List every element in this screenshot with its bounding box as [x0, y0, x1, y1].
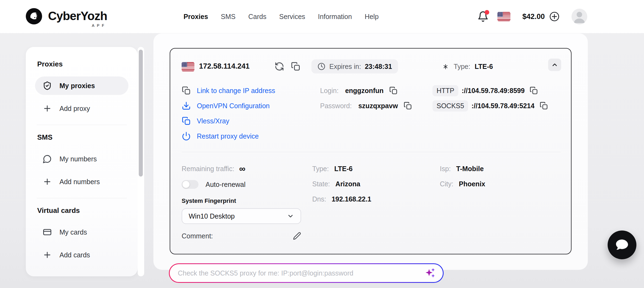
proxy-details-column-1: Type: LTE-6 State: Arizona Dns: 192.168.…	[312, 161, 371, 207]
notifications-button[interactable]	[477, 11, 489, 22]
auto-renewal-row: Auto-renewal	[182, 176, 301, 193]
hedgehog-logo-icon	[26, 8, 42, 24]
proxy-details-column-2: Isp: T-Mobile City: Phoenix	[440, 161, 485, 191]
topup-button[interactable]	[549, 11, 560, 22]
header-actions: $42.00	[477, 0, 587, 33]
sidebar-divider	[37, 125, 127, 125]
sidebar-item-my-proxies[interactable]: My proxies	[35, 76, 128, 95]
copy-login-button[interactable]	[389, 86, 398, 95]
chat-bubble-icon	[43, 154, 52, 164]
login-row: Login: enggzonfun	[320, 83, 412, 98]
detail-state: State: Arizona	[312, 176, 371, 191]
toggle-knob	[182, 181, 190, 188]
detail-label: Isp:	[440, 165, 451, 173]
support-chat-button[interactable]	[608, 231, 636, 259]
detail-label: Dns:	[312, 195, 326, 203]
card-divider	[182, 152, 561, 152]
sidebar-item-label: Add cards	[59, 251, 90, 259]
nav-sms[interactable]: SMS	[221, 13, 235, 21]
sidebar-item-my-cards[interactable]: My cards	[35, 223, 128, 241]
sidebar-item-add-numbers[interactable]: Add numbers	[35, 172, 128, 191]
nav-cards[interactable]: Cards	[248, 13, 267, 21]
notification-dot	[485, 10, 489, 15]
sidebar-section-proxies: Proxies	[37, 60, 128, 68]
sidebar-scrollbar-track	[138, 47, 144, 276]
sidebar-item-label: My proxies	[59, 82, 95, 90]
fingerprint-value: Win10 Desktop	[189, 212, 235, 220]
protocol-badge: SOCKS5	[433, 100, 468, 111]
detail-city: City: Phoenix	[440, 176, 485, 191]
link-label: Restart proxy device	[197, 132, 259, 140]
sidebar-section-sms: SMS	[37, 133, 128, 142]
link-vless-xray[interactable]: Vless/Xray	[182, 113, 275, 129]
comment-label: Comment:	[182, 232, 213, 240]
main-nav: Proxies SMS Cards Services Information H…	[184, 0, 379, 33]
nav-proxies[interactable]: Proxies	[184, 13, 208, 21]
password-value: szuzqxpavw	[358, 102, 398, 110]
sparkles-icon	[424, 267, 436, 279]
copy-icon	[182, 86, 191, 95]
nav-help[interactable]: Help	[365, 13, 378, 21]
copy-socks5-endpoint-button[interactable]	[539, 101, 548, 110]
sidebar-section-virtual-cards: Virtual cards	[37, 206, 128, 215]
proxy-country-flag-us-icon	[182, 62, 194, 71]
avatar[interactable]	[572, 9, 587, 24]
copy-icon	[529, 86, 538, 95]
copy-http-endpoint-button[interactable]	[529, 86, 538, 95]
sidebar-item-my-numbers[interactable]: My numbers	[35, 150, 128, 168]
detail-dns: Dns: 192.168.22.1	[312, 191, 371, 207]
language-flag-us-icon[interactable]	[497, 12, 510, 21]
sidebar-item-label: My numbers	[59, 155, 97, 163]
detail-label: Type:	[312, 165, 329, 173]
endpoint-address: ://104.59.78.49:5214	[471, 102, 534, 110]
auto-renewal-label: Auto-renewal	[206, 181, 245, 188]
pencil-icon	[293, 232, 301, 240]
detail-value: 192.168.22.1	[332, 195, 371, 203]
nav-information[interactable]: Information	[318, 13, 352, 21]
copy-icon	[539, 101, 548, 110]
auto-renewal-toggle[interactable]	[182, 180, 198, 189]
asterisk-icon	[442, 63, 449, 71]
sidebar-item-label: My cards	[59, 228, 87, 236]
chevron-up-icon	[551, 61, 558, 68]
credentials: Login: enggzonfun Password: szuzqxpavw	[320, 83, 412, 113]
comment-row: Comment:	[182, 230, 301, 242]
person-icon	[572, 9, 587, 24]
copy-password-button[interactable]	[403, 101, 412, 110]
edit-comment-button[interactable]	[293, 232, 301, 240]
app-header: CyberYozh APF Proxies SMS Cards Services…	[0, 0, 644, 33]
chevron-down-icon	[287, 213, 294, 220]
nav-services[interactable]: Services	[279, 13, 305, 21]
link-label: OpenVPN Configuration	[197, 102, 270, 110]
refresh-ip-button[interactable]	[274, 62, 284, 71]
brand-subtitle: APF	[92, 23, 106, 28]
expires-value: 23:48:31	[365, 63, 392, 71]
expires-label: Expires in:	[329, 63, 361, 71]
ai-checker-input[interactable]	[177, 269, 424, 277]
link-openvpn-config[interactable]: OpenVPN Configuration	[182, 98, 275, 113]
proxy-settings-column: Remaining traffic: ∞ Auto-renewal System…	[182, 161, 301, 242]
collapse-card-button[interactable]	[548, 59, 561, 71]
proxy-ip: 172.58.114.241	[199, 62, 250, 71]
remaining-traffic-label: Remaining traffic:	[182, 165, 234, 173]
brand-name: CyberYozh	[48, 9, 107, 23]
detail-value: Phoenix	[459, 180, 485, 188]
detail-isp: Isp: T-Mobile	[440, 161, 485, 176]
refresh-icon	[274, 62, 284, 71]
proxy-type-header: Type: LTE-6	[442, 63, 493, 71]
sidebar-scrollbar-thumb[interactable]	[139, 50, 143, 177]
link-restart-device[interactable]: Restart proxy device	[182, 129, 275, 144]
password-row: Password: szuzqxpavw	[320, 98, 412, 113]
copy-ip-button[interactable]	[291, 62, 301, 71]
sidebar-item-add-cards[interactable]: Add cards	[35, 246, 128, 264]
sidebar-item-add-proxy[interactable]: Add proxy	[35, 99, 128, 118]
detail-value: Arizona	[335, 180, 360, 188]
plus-circle-icon	[549, 11, 560, 22]
fingerprint-select[interactable]: Win10 Desktop	[182, 208, 301, 224]
link-change-ip[interactable]: Link to change IP address	[182, 83, 275, 98]
ai-submit-button[interactable]	[424, 267, 436, 280]
sidebar-item-label: Add numbers	[59, 178, 100, 186]
expires-badge: Expires in: 23:48:31	[311, 59, 398, 73]
chat-filled-icon	[614, 237, 630, 252]
balance-amount: $42.00	[522, 12, 545, 21]
